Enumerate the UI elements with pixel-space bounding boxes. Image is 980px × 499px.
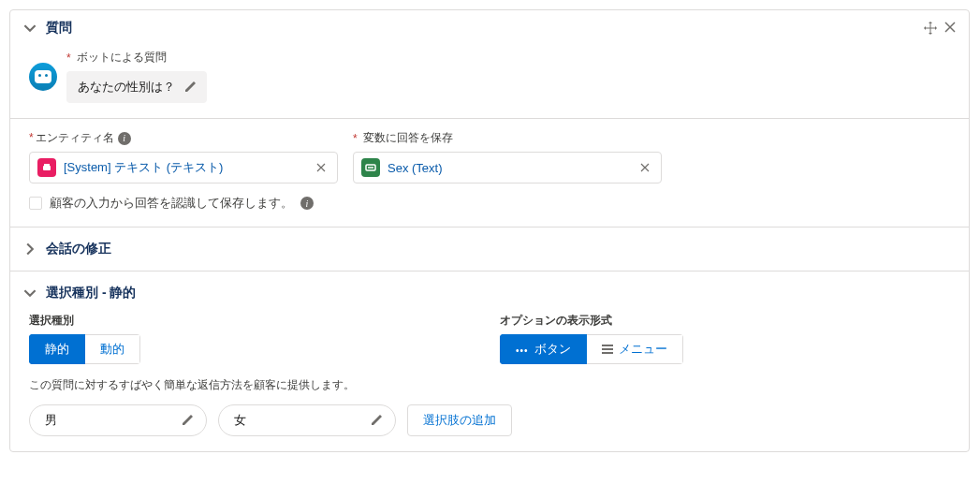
display-menu-option[interactable]: メニュー	[587, 334, 683, 364]
choice-item[interactable]: 男	[29, 404, 207, 436]
collapse-chevron-icon[interactable]	[23, 286, 37, 300]
choice-type-segment: 静的 動的	[29, 334, 140, 364]
bot-question-text: あなたの性別は？	[78, 79, 175, 95]
panel-title: 質問	[46, 20, 924, 37]
choice-type-static-button[interactable]: 静的	[29, 334, 85, 364]
conversation-fix-section: 会話の修正	[10, 227, 969, 272]
display-button-option[interactable]: ボタン	[500, 334, 587, 364]
display-format-label: オプションの表示形式	[500, 313, 683, 329]
variable-value: Sex (Text)	[388, 161, 629, 175]
choice-item[interactable]: 女	[218, 404, 396, 436]
info-icon[interactable]: i	[300, 197, 314, 210]
variable-label: 変数に回答を保存	[353, 130, 662, 146]
expand-chevron-icon[interactable]	[23, 242, 37, 256]
variable-pill[interactable]: Sex (Text)	[353, 152, 662, 183]
entity-value: [System] テキスト (テキスト)	[64, 159, 305, 176]
choice-type-section: 選択種別 - 静的 選択種別 静的 動的 オプションの表示形式 ボタン	[10, 272, 969, 451]
entity-label: エンティティ名 i	[29, 130, 338, 146]
entity-clear-icon[interactable]	[313, 163, 329, 172]
panel-header-section: 質問	[10, 10, 969, 119]
edit-question-icon[interactable]	[184, 81, 196, 93]
choice-item-label: 女	[234, 412, 371, 429]
recognize-checkbox[interactable]	[29, 197, 42, 210]
svg-rect-1	[44, 164, 50, 166]
question-panel: 質問	[9, 9, 970, 452]
add-choice-button[interactable]: 選択肢の追加	[407, 404, 512, 436]
collapse-chevron-icon[interactable]	[23, 22, 37, 35]
choice-type-dynamic-button[interactable]: 動的	[85, 334, 140, 364]
conversation-fix-title: 会話の修正	[46, 241, 111, 257]
choice-description: この質問に対するすばやく簡単な返信方法を顧客に提供します。	[29, 377, 950, 393]
choice-type-label: 選択種別	[29, 313, 140, 329]
choice-section-title: 選択種別 - 静的	[46, 285, 136, 301]
svg-rect-0	[43, 166, 51, 170]
entity-pill[interactable]: [System] テキスト (テキスト)	[29, 152, 338, 183]
move-icon[interactable]	[924, 22, 937, 35]
bot-question-bubble: あなたの性別は？	[66, 71, 207, 103]
bot-avatar-icon	[29, 63, 57, 91]
entity-type-icon	[37, 158, 56, 177]
menu-lines-icon	[602, 345, 613, 354]
edit-choice-icon[interactable]	[371, 415, 382, 426]
variable-type-icon	[361, 158, 380, 177]
dots-icon	[516, 343, 529, 357]
display-format-segment: ボタン メニュー	[500, 334, 683, 364]
entity-variable-section: エンティティ名 i [System] テキスト (テキスト) 変数	[10, 119, 969, 227]
edit-choice-icon[interactable]	[182, 415, 193, 426]
info-icon[interactable]: i	[118, 132, 131, 145]
choice-item-label: 男	[45, 412, 182, 429]
close-icon[interactable]	[944, 22, 956, 35]
bot-question-label: ボットによる質問	[66, 50, 207, 66]
variable-clear-icon[interactable]	[636, 163, 653, 172]
recognize-checkbox-label: 顧客の入力から回答を認識して保存します。	[50, 195, 293, 212]
